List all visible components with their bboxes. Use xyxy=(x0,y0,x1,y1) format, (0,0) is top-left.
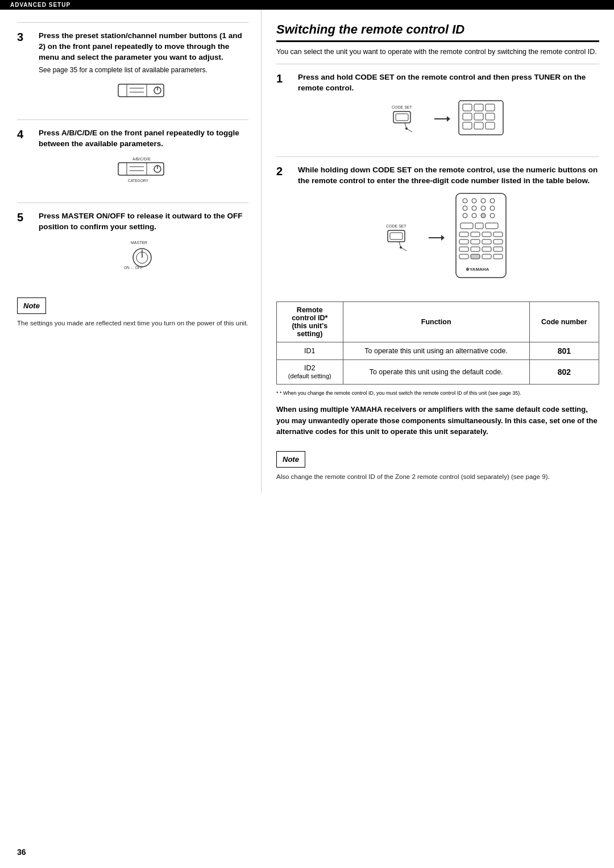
table-header-code: Code number xyxy=(529,301,599,342)
svg-rect-23 xyxy=(396,114,408,121)
svg-rect-35 xyxy=(486,113,495,120)
top-bar: ADVANCED SETUP xyxy=(0,0,614,10)
arrow-icon-2 xyxy=(428,232,445,243)
right-step-2-content: While holding down CODE SET on the remot… xyxy=(298,165,599,291)
bold-para: When using multiple YAMAHA receivers or … xyxy=(276,404,599,437)
svg-rect-8 xyxy=(118,163,164,175)
table-cell-id1: ID1 xyxy=(277,342,343,359)
svg-rect-78 xyxy=(493,254,503,259)
svg-rect-61 xyxy=(475,223,483,229)
svg-point-26 xyxy=(405,127,408,130)
table-cell-function1: To operate this unit using an alternativ… xyxy=(343,342,529,359)
left-note-label-box: Note xyxy=(17,297,46,314)
svg-marker-46 xyxy=(441,235,445,241)
svg-point-58 xyxy=(481,213,486,218)
svg-rect-75 xyxy=(459,254,468,259)
svg-point-51 xyxy=(490,199,495,203)
svg-rect-69 xyxy=(482,239,491,244)
svg-rect-67 xyxy=(459,239,468,244)
right-step-1-title: Press and hold CODE SET on the remote co… xyxy=(298,72,599,94)
right-column: Switching the remote control ID You can … xyxy=(262,10,614,493)
svg-rect-64 xyxy=(471,232,480,237)
svg-rect-62 xyxy=(486,223,498,229)
svg-rect-29 xyxy=(459,101,503,135)
svg-rect-41 xyxy=(390,233,403,239)
svg-rect-47 xyxy=(456,193,506,278)
arrow-icon xyxy=(433,113,450,125)
step-5-content: Press MASTER ON/OFF to release it outwar… xyxy=(39,211,248,279)
section-intro: You can select the unit you want to oper… xyxy=(276,48,599,56)
svg-text:CATEGORY: CATEGORY xyxy=(128,179,149,183)
svg-marker-28 xyxy=(447,116,450,122)
left-note-box: Note The settings you made are reflected… xyxy=(17,290,248,326)
section-title: Switching the remote control ID xyxy=(276,22,599,42)
step-5: 5 Press MASTER ON/OFF to release it outw… xyxy=(17,202,248,279)
step-4-number: 4 xyxy=(17,128,33,193)
svg-rect-37 xyxy=(474,122,483,129)
left-note-label: Note xyxy=(23,301,40,310)
right-note-box: Note Also change the remote control ID o… xyxy=(276,443,599,480)
right-step-2-number: 2 xyxy=(276,165,292,291)
right-note-label-box: Note xyxy=(276,451,305,468)
left-column: 3 Press the preset station/channel numbe… xyxy=(0,10,262,493)
right-step-1-content: Press and hold CODE SET on the remote co… xyxy=(298,72,599,146)
svg-point-54 xyxy=(481,206,486,210)
step-4-diagram: A/B/C/D/E CATEGORY xyxy=(39,155,248,184)
svg-rect-77 xyxy=(482,254,491,259)
table-footnote: * * When you change the remote control I… xyxy=(276,390,599,399)
right-step-1-number: 1 xyxy=(276,72,292,146)
svg-text:ON ← OFF: ON ← OFF xyxy=(124,266,143,270)
step-3-content: Press the preset station/channel number … xyxy=(39,31,248,109)
svg-rect-68 xyxy=(471,239,480,244)
svg-rect-65 xyxy=(482,232,491,237)
svg-point-57 xyxy=(472,213,476,218)
right-step-2-title: While holding down CODE SET on the remot… xyxy=(298,165,599,187)
svg-rect-31 xyxy=(474,104,483,111)
svg-rect-38 xyxy=(486,122,495,129)
svg-rect-74 xyxy=(493,247,503,251)
right-step-1: 1 Press and hold CODE SET on the remote … xyxy=(276,64,599,146)
right-note-label: Note xyxy=(283,455,299,464)
svg-point-56 xyxy=(463,213,467,218)
step-3-number: 3 xyxy=(17,31,33,109)
svg-text:A/B/C/D/E: A/B/C/D/E xyxy=(132,157,151,161)
svg-rect-30 xyxy=(463,104,472,111)
step-3-subtitle: See page 35 for a complete list of avail… xyxy=(39,66,248,74)
svg-rect-36 xyxy=(463,122,472,129)
svg-text:MASTER: MASTER xyxy=(131,241,147,245)
top-bar-label: ADVANCED SETUP xyxy=(10,2,70,8)
svg-rect-60 xyxy=(460,223,473,229)
svg-point-55 xyxy=(490,206,495,210)
table-cell-function2: To operate this unit using the default c… xyxy=(343,359,529,384)
remote-control-table: Remotecontrol ID*(this unit'ssetting) Fu… xyxy=(276,301,599,385)
table-cell-code1: 801 xyxy=(529,342,599,359)
left-note-text: The settings you made are reflected next… xyxy=(17,320,248,326)
step-3: 3 Press the preset station/channel numbe… xyxy=(17,22,248,109)
svg-rect-34 xyxy=(474,113,483,120)
svg-rect-66 xyxy=(493,232,503,237)
svg-point-48 xyxy=(463,199,467,203)
svg-point-52 xyxy=(463,206,467,210)
svg-point-50 xyxy=(481,199,486,203)
svg-point-53 xyxy=(472,206,476,210)
step-4-title: Press A/B/C/D/E on the front panel repea… xyxy=(39,128,248,150)
svg-rect-76 xyxy=(471,254,480,259)
step-3-diagram xyxy=(39,80,248,101)
svg-point-44 xyxy=(400,246,402,249)
page: ADVANCED SETUP 3 Press the preset statio… xyxy=(0,0,614,868)
svg-rect-72 xyxy=(471,247,480,251)
footnote-text: * When you change the remote control ID,… xyxy=(280,390,521,396)
step-4: 4 Press A/B/C/D/E on the front panel rep… xyxy=(17,119,248,193)
svg-rect-63 xyxy=(459,232,468,237)
right-note-text: Also change the remote control ID of the… xyxy=(276,473,599,480)
svg-rect-32 xyxy=(486,104,495,111)
svg-text:CODE SET: CODE SET xyxy=(392,105,413,109)
table-row-id2: ID2(default setting) To operate this uni… xyxy=(277,359,599,384)
table-header-id: Remotecontrol ID*(this unit'ssetting) xyxy=(277,301,343,342)
step-3-title: Press the preset station/channel number … xyxy=(39,31,248,63)
table-cell-code2: 802 xyxy=(529,359,599,384)
svg-point-49 xyxy=(472,199,476,203)
svg-point-59 xyxy=(490,213,495,218)
table-cell-id2: ID2(default setting) xyxy=(277,359,343,384)
step-5-title: Press MASTER ON/OFF to release it outwar… xyxy=(39,211,248,233)
